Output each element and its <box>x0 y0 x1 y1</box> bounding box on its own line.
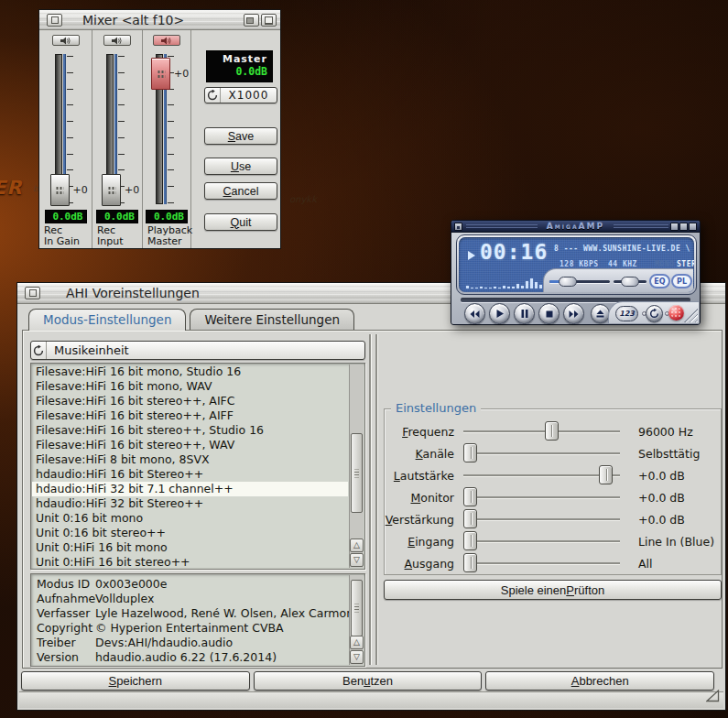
setting-slider[interactable] <box>463 552 620 574</box>
balance-slider[interactable] <box>614 280 647 283</box>
slider-knob[interactable] <box>50 174 70 206</box>
setting-label: Frequenz <box>385 425 454 439</box>
play-state-icon <box>468 251 475 260</box>
volume-slider[interactable]: +0 <box>49 52 82 206</box>
list-item[interactable]: Filesave:HiFi 16 bit stereo++, AIFF <box>32 408 348 423</box>
menu-icon[interactable] <box>454 223 462 231</box>
info-scrollbar[interactable]: △ ▽ <box>349 575 364 665</box>
volume-slider[interactable] <box>549 280 610 283</box>
equalizer-button[interactable]: EQ <box>649 274 670 288</box>
resize-grip-icon[interactable] <box>706 689 720 706</box>
repeat-button[interactable] <box>646 305 663 322</box>
mixer-titlebar[interactable]: Mixer <alt f10> <box>39 10 280 30</box>
list-item[interactable]: hdaudio:HiFi 32 bit Stereo++ <box>32 496 348 511</box>
mute-button[interactable] <box>103 35 131 46</box>
volume-slider[interactable]: +0 <box>150 52 183 206</box>
panel-splitter[interactable] <box>375 334 377 665</box>
mute-button[interactable] <box>153 35 180 46</box>
list-item[interactable]: Unit 0:HiFi 16 bit stereo++ <box>32 555 348 570</box>
setting-slider[interactable] <box>463 442 620 464</box>
lcd-display: 00:16 8 --- WWW.SUNSHINE-LIVE.DE \ 128 K… <box>459 237 694 292</box>
list-item[interactable]: Unit 0:HiFi 16 bit mono <box>32 540 348 555</box>
eject-button[interactable] <box>591 304 610 323</box>
iconify-icon[interactable] <box>244 14 259 27</box>
slider-knob[interactable] <box>559 277 577 287</box>
mute-button[interactable] <box>52 35 80 46</box>
depth-icon[interactable] <box>261 14 277 27</box>
tab-modus-einstellungen[interactable]: Modus-Einstellungen <box>28 309 186 331</box>
use-button[interactable]: Benutzen <box>254 671 483 691</box>
slider-knob[interactable] <box>599 465 613 484</box>
setting-value: 96000 Hz <box>629 425 721 439</box>
save-button[interactable]: Speichern <box>21 671 250 691</box>
shade-icon[interactable] <box>679 223 688 231</box>
playlist-button[interactable]: PL <box>671 274 692 288</box>
close-icon[interactable] <box>25 287 40 299</box>
slider-knob[interactable] <box>545 421 559 441</box>
setting-slider[interactable] <box>463 530 620 552</box>
setting-row: Frequenz96000 Hz <box>385 420 721 442</box>
list-item[interactable]: hdaudio:HiFi 16 bit Stereo++ <box>32 467 348 482</box>
scroll-up-icon[interactable]: △ <box>350 636 364 649</box>
tab-weitere-einstellungen[interactable]: Weitere Einstellungen <box>190 309 354 330</box>
amigaamp-logo[interactable] <box>668 305 684 321</box>
samplerate-label: 44 KHZ <box>608 260 637 268</box>
play-test-tone-button[interactable]: Spiele einen Prüfton <box>384 580 722 600</box>
slider-knob[interactable] <box>102 174 121 206</box>
iconify-icon[interactable] <box>670 223 679 231</box>
cancel-button[interactable]: Abbrechen <box>485 671 714 691</box>
save-button[interactable]: Save <box>204 127 277 145</box>
close-icon[interactable] <box>47 14 62 27</box>
setting-slider[interactable] <box>463 464 620 486</box>
ahi-preferences-window: AHI Voreinstellungen Modus-Einstellungen… <box>16 282 726 711</box>
scroll-up-icon[interactable]: △ <box>350 538 364 552</box>
quit-button[interactable]: Quit <box>204 213 277 231</box>
slider-knob[interactable] <box>463 443 477 462</box>
display-frame: 00:16 8 --- WWW.SUNSHINE-LIVE.DE \ 128 K… <box>456 234 697 295</box>
scroll-down-icon[interactable]: ▽ <box>350 650 364 664</box>
list-item[interactable]: Filesave:HiFi 16 bit stereo++, WAV <box>32 438 348 452</box>
ahi-action-buttons: Speichern Benutzen Abbrechen <box>21 671 714 691</box>
setting-slider[interactable] <box>463 486 620 508</box>
setting-slider[interactable] <box>463 420 620 442</box>
music-unit-cycle-button[interactable]: Musikeinheit <box>30 341 365 360</box>
unit-cycle-button[interactable]: X1000 <box>204 87 277 103</box>
info-value: 0x003e000e <box>95 577 167 591</box>
scroll-down-icon[interactable]: ▽ <box>350 553 364 567</box>
list-item[interactable]: Filesave:HiFi 16 bit mono, Studio 16 <box>32 364 348 379</box>
list-item[interactable]: Filesave:HiFi 16 bit mono, WAV <box>32 379 348 394</box>
list-item[interactable]: Filesave:HiFi 8 bit mono, 8SVX <box>32 452 348 467</box>
music-unit-label: Musikeinheit <box>47 342 364 359</box>
slider-knob[interactable] <box>463 509 477 528</box>
amigaamp-titlebar[interactable]: AmigaAMP <box>451 221 700 233</box>
master-display: Master 0.0dB <box>206 50 273 82</box>
pause-button[interactable] <box>514 303 535 324</box>
use-button[interactable]: Use <box>204 158 277 175</box>
info-value: © Hyperion Entertainment CVBA <box>95 621 284 635</box>
list-item[interactable]: Unit 0:16 bit mono <box>32 511 348 526</box>
mode-list-scrollbar[interactable]: △ ▽ <box>349 364 364 568</box>
stop-button[interactable] <box>538 303 560 324</box>
list-item[interactable]: hdaudio:HiFi 32 bit 7.1 channel++ <box>32 482 348 496</box>
panel-splitter[interactable] <box>369 334 371 665</box>
slider-knob[interactable] <box>463 531 477 550</box>
slider-knob[interactable] <box>151 58 170 90</box>
setting-row: KanäleSelbsttätig <box>385 442 721 464</box>
list-item[interactable]: Unit 0:16 bit stereo++ <box>32 526 348 540</box>
rewind-button[interactable] <box>464 303 485 324</box>
slider-knob[interactable] <box>463 553 477 572</box>
list-item[interactable]: Filesave:HiFi 16 bit stereo++, Studio 16 <box>32 423 348 438</box>
play-button[interactable] <box>489 303 510 324</box>
fast-forward-button[interactable] <box>563 303 584 324</box>
scrollbar-thumb[interactable] <box>351 580 363 636</box>
volume-slider[interactable]: +0 <box>101 52 134 206</box>
list-item[interactable]: Filesave:HiFi 16 bit stereo++, AIFC <box>32 394 348 408</box>
scrollbar-thumb[interactable] <box>351 433 363 513</box>
depth-icon[interactable] <box>689 223 697 231</box>
slider-knob[interactable] <box>621 277 639 287</box>
audio-mode-list[interactable]: Filesave:HiFi 16 bit mono, Studio 16File… <box>30 363 365 570</box>
slider-knob[interactable] <box>463 487 477 506</box>
setting-slider[interactable] <box>463 508 620 530</box>
cancel-button[interactable]: Cancel <box>204 182 277 200</box>
shuffle-button[interactable]: 123 <box>615 306 638 321</box>
